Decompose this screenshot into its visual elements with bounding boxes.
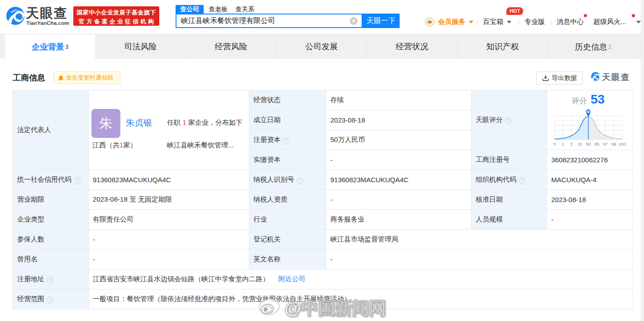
svg-text:97: 97: [603, 142, 608, 146]
svg-text:50: 50: [586, 142, 591, 146]
svg-text:@中国新闻网: @中国新闻网: [285, 298, 386, 317]
svg-text:1: 1: [562, 142, 564, 146]
svg-text:85: 85: [594, 142, 599, 146]
svg-text:3: 3: [570, 142, 572, 146]
svg-text:15: 15: [577, 142, 582, 146]
svg-text:天眼查: 天眼查: [601, 72, 630, 82]
svg-text:100: 100: [619, 142, 626, 146]
svg-text:0: 0: [553, 142, 556, 146]
svg-text:99: 99: [611, 142, 616, 146]
